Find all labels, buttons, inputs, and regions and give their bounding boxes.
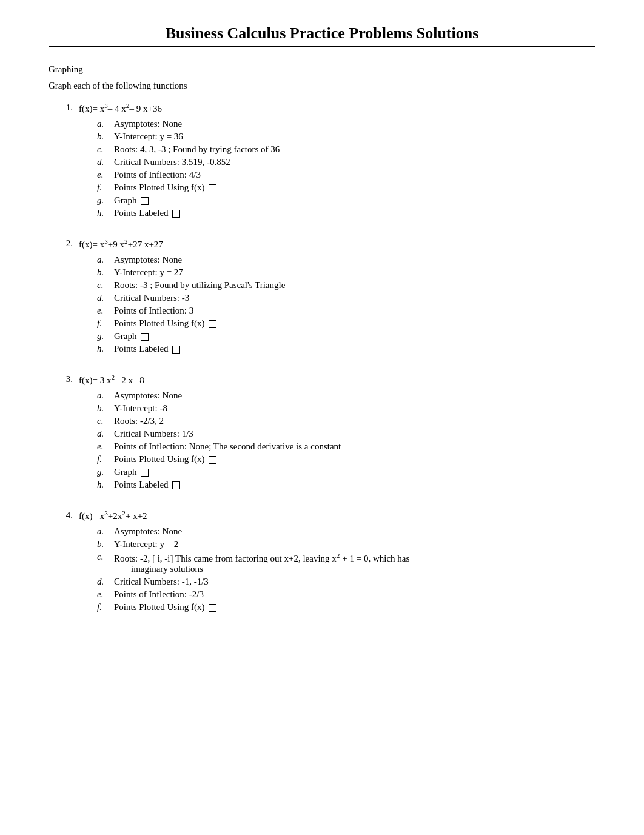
problem-4-function: f(x)= x3+2x2+ x+2 — [79, 509, 595, 521]
problem-4-f: f.Points Plotted Using f(x) — [97, 602, 595, 612]
checkbox-1-h[interactable] — [172, 210, 180, 218]
problem-3-number: 3. — [49, 374, 79, 384]
problem-1-a: a.Asymptotes: None — [97, 119, 595, 129]
problem-1-content: f(x)= x3– 4 x2– 9 x+36 a.Asymptotes: Non… — [79, 102, 595, 221]
problem-4-b: b.Y-Intercept: y = 2 — [97, 539, 595, 549]
problem-3-e: e.Points of Inflection: None; The second… — [97, 441, 595, 452]
section-intro: Graph each of the following functions — [49, 81, 595, 91]
checkbox-4-f[interactable] — [209, 604, 216, 612]
problem-4-a: a.Asymptotes: None — [97, 526, 595, 537]
problem-1-g: g.Graph — [97, 195, 595, 206]
problem-1-e: e.Points of Inflection: 4/3 — [97, 170, 595, 180]
problem-1: 1. f(x)= x3– 4 x2– 9 x+36 a.Asymptotes: … — [49, 102, 595, 221]
problem-3-h: h.Points Labeled — [97, 480, 595, 490]
problem-3-content: f(x)= 3 x2– 2 x– 8 a.Asymptotes: None b.… — [79, 374, 595, 492]
problem-1-f: f.Points Plotted Using f(x) — [97, 183, 595, 193]
problems-list: 1. f(x)= x3– 4 x2– 9 x+36 a.Asymptotes: … — [49, 102, 595, 615]
problem-1-number: 1. — [49, 102, 79, 113]
checkbox-2-f[interactable] — [209, 320, 216, 328]
problem-2-g: g.Graph — [97, 331, 595, 341]
problem-4-content: f(x)= x3+2x2+ x+2 a.Asymptotes: None b.Y… — [79, 509, 595, 615]
problem-2: 2. f(x)= x3+9 x2+27 x+27 a.Asymptotes: N… — [49, 238, 595, 357]
section-heading: Graphing — [49, 64, 595, 75]
problem-2-d: d.Critical Numbers: -3 — [97, 293, 595, 303]
page-title: Business Calculus Practice Problems Solu… — [49, 24, 595, 47]
problem-3-b: b.Y-Intercept: -8 — [97, 403, 595, 414]
problem-2-a: a.Asymptotes: None — [97, 255, 595, 265]
problem-3-d: d.Critical Numbers: 1/3 — [97, 429, 595, 439]
checkbox-3-f[interactable] — [209, 456, 216, 464]
problem-2-sub-list: a.Asymptotes: None b.Y-Intercept: y = 27… — [79, 255, 595, 354]
problem-3: 3. f(x)= 3 x2– 2 x– 8 a.Asymptotes: None… — [49, 374, 595, 492]
problem-2-function: f(x)= x3+9 x2+27 x+27 — [79, 238, 595, 250]
problem-4-c: c. Roots: -2, [ i, -i] This came from fa… — [97, 552, 595, 574]
problem-4-d: d.Critical Numbers: -1, -1/3 — [97, 577, 595, 587]
checkbox-2-g[interactable] — [141, 333, 149, 341]
problem-4: 4. f(x)= x3+2x2+ x+2 a.Asymptotes: None … — [49, 509, 595, 615]
problem-2-e: e.Points of Inflection: 3 — [97, 306, 595, 316]
problem-2-h: h.Points Labeled — [97, 344, 595, 354]
checkbox-3-g[interactable] — [141, 469, 149, 477]
checkbox-1-g[interactable] — [141, 197, 149, 205]
problem-1-sub-list: a.Asymptotes: None b.Y-Intercept: y = 36… — [79, 119, 595, 218]
problem-2-f: f.Points Plotted Using f(x) — [97, 318, 595, 329]
problem-2-b: b.Y-Intercept: y = 27 — [97, 267, 595, 278]
problem-4-sub-list: a.Asymptotes: None b.Y-Intercept: y = 2 … — [79, 526, 595, 612]
problem-1-c: c.Roots: 4, 3, -3 ; Found by trying fact… — [97, 144, 595, 155]
problem-3-c: c.Roots: -2/3, 2 — [97, 416, 595, 426]
problem-3-function: f(x)= 3 x2– 2 x– 8 — [79, 374, 595, 386]
problem-1-h: h.Points Labeled — [97, 208, 595, 218]
problem-1-b: b.Y-Intercept: y = 36 — [97, 132, 595, 142]
problem-4-number: 4. — [49, 509, 79, 520]
checkbox-2-h[interactable] — [172, 346, 180, 354]
problem-3-g: g.Graph — [97, 467, 595, 477]
checkbox-1-f[interactable] — [209, 184, 216, 192]
problem-1-function: f(x)= x3– 4 x2– 9 x+36 — [79, 102, 595, 114]
problem-3-sub-list: a.Asymptotes: None b.Y-Intercept: -8 c.R… — [79, 391, 595, 490]
problem-4-e: e.Points of Inflection: -2/3 — [97, 589, 595, 600]
problem-2-c: c.Roots: -3 ; Found by utilizing Pascal'… — [97, 280, 595, 290]
problem-3-f: f.Points Plotted Using f(x) — [97, 454, 595, 464]
problem-2-content: f(x)= x3+9 x2+27 x+27 a.Asymptotes: None… — [79, 238, 595, 357]
problem-1-d: d.Critical Numbers: 3.519, -0.852 — [97, 157, 595, 167]
problem-2-number: 2. — [49, 238, 79, 249]
checkbox-3-h[interactable] — [172, 481, 180, 489]
problem-3-a: a.Asymptotes: None — [97, 391, 595, 401]
